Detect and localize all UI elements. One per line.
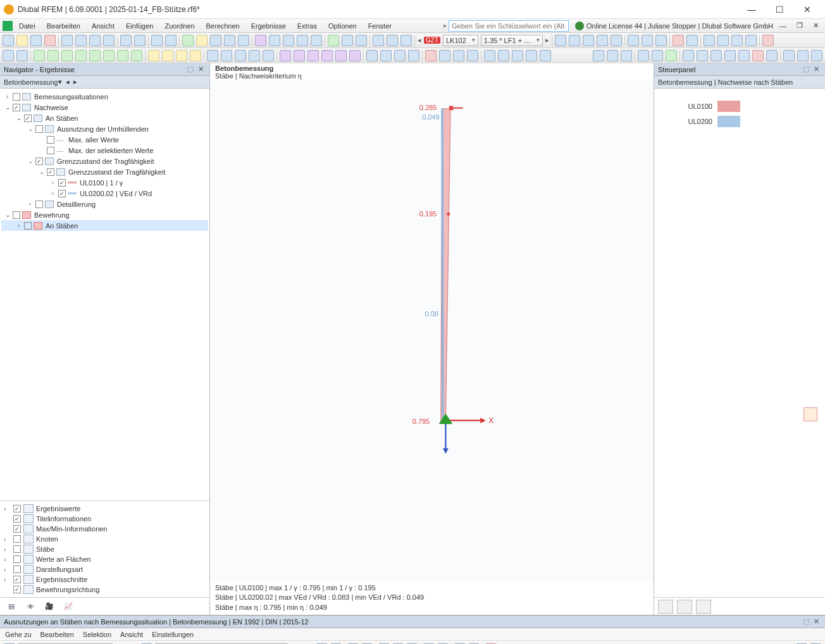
tool-l[interactable] [269,35,280,46]
checkbox[interactable] [13,576,21,583]
tm-selektion[interactable]: Selektion [83,631,111,638]
checkbox[interactable] [13,545,21,553]
checkbox[interactable] [13,93,20,101]
menu-ansicht[interactable]: Ansicht [87,21,120,31]
t2-ak[interactable] [526,50,537,61]
t2-a[interactable] [3,50,14,61]
panel-pin-button[interactable]: ⬚ [801,617,811,626]
t2-aa[interactable] [380,50,392,61]
checkbox[interactable] [13,586,21,593]
menu-extras[interactable]: Extras [292,21,322,31]
tool-u11[interactable] [704,35,715,46]
tool-a[interactable] [61,35,73,46]
panel-pin-button[interactable]: ⬚ [801,65,811,73]
tree-item[interactable]: Grenzzustand der Tragfähigkeit [56,158,154,165]
tree-item[interactable]: Grenzzustand der Tragfähigkeit [67,168,165,176]
nav-tab-eye-icon[interactable]: 👁 [24,601,37,612]
tool-f[interactable] [182,35,194,46]
menu-berechnen[interactable]: Berechnen [201,21,245,31]
option-label[interactable]: Titelinformationen [36,515,91,523]
tool-u10[interactable] [686,35,698,46]
t2-b[interactable] [16,50,28,61]
checkbox[interactable] [24,222,32,230]
t2-r14[interactable] [783,50,795,61]
checkbox[interactable] [47,136,54,144]
tool-calc[interactable] [328,35,339,46]
tool-p[interactable] [342,35,353,46]
t2-k[interactable] [148,50,159,61]
tool-m[interactable] [283,35,294,46]
cp-tab-balance-icon[interactable] [677,600,692,614]
tool-u5[interactable] [611,35,622,46]
t2-ah[interactable] [484,50,495,61]
t2-g[interactable] [89,50,101,61]
checkbox[interactable] [24,115,32,122]
minimize-button[interactable]: — [738,1,766,18]
tool-u8[interactable] [655,35,667,46]
option-label[interactable]: Bewehrungsrichtung [36,586,99,593]
tool-close-model[interactable] [44,35,56,46]
tool-g[interactable] [196,35,208,46]
model-canvas[interactable]: X Z 0.285 0.049 0.195 0.08 0.795 [210,81,654,581]
tool-d[interactable] [151,35,163,46]
option-label[interactable]: Max/Min-Informationen [36,525,108,533]
checkbox[interactable] [13,211,20,219]
t2-l[interactable] [162,50,173,61]
tool-u13[interactable] [731,35,743,46]
t2-ac[interactable] [408,50,419,61]
prev-lc-button[interactable]: ◂ [418,36,421,44]
tree-item[interactable]: Bewehrung [33,211,70,219]
checkbox[interactable] [13,566,21,573]
t2-r8[interactable] [697,50,708,61]
checkbox[interactable] [58,179,66,187]
t2-c[interactable] [34,50,45,61]
t2-r10[interactable] [724,50,736,61]
t2-n[interactable] [190,50,201,61]
t2-p[interactable] [221,50,232,61]
t2-r7[interactable] [683,50,694,61]
menu-einfuegen[interactable]: Einfügen [121,21,158,31]
expand-icon[interactable]: › [49,179,56,186]
option-label[interactable]: Darstellungsart [36,566,83,573]
t2-r12[interactable] [752,50,764,61]
tree-item[interactable]: Max. der selektierten Werte [67,147,153,154]
collapse-icon[interactable]: ⌄ [15,115,22,121]
tree-item[interactable]: Nachweise [33,104,68,111]
tool-u9[interactable] [673,35,684,46]
nav-tab-data-icon[interactable]: ▤ [5,601,18,612]
next-lc-button[interactable]: ▸ [545,36,549,44]
nav-tab-chart-icon[interactable]: 📈 [62,601,75,612]
nav-prev-button[interactable]: ◂ [62,78,73,86]
tool-u3[interactable] [583,35,594,46]
checkbox[interactable] [58,190,66,197]
tool-u1[interactable] [555,35,566,46]
tool-q[interactable] [356,35,367,46]
t2-i[interactable] [117,50,128,61]
tool-t[interactable] [400,35,412,46]
t2-x[interactable] [335,50,347,61]
mdi-minimize-button[interactable]: — [776,22,790,30]
close-button[interactable]: ✕ [793,1,821,18]
clipboard-icon[interactable] [803,407,817,421]
expand-icon[interactable]: › [4,93,11,100]
collapse-icon[interactable]: ⌄ [27,158,34,164]
t2-r9[interactable] [710,50,722,61]
tree-item[interactable]: Bemessungssituationen [33,93,108,101]
collapse-icon[interactable]: ⌄ [4,104,11,111]
t2-m[interactable] [176,50,187,61]
t2-r16[interactable] [811,50,822,61]
app-menu-icon[interactable] [3,21,13,31]
nav-next-button[interactable]: ▸ [73,78,77,86]
load-case-combo[interactable]: LK102 [443,35,478,46]
t2-z[interactable] [366,50,378,61]
tm-ansicht[interactable]: Ansicht [120,631,143,638]
cp-tab-layers-icon[interactable] [696,600,711,614]
tool-c[interactable] [89,35,101,46]
checkbox[interactable] [13,515,21,523]
t2-r3[interactable] [621,50,632,61]
navigator-sub-header[interactable]: Betonbemessung ▾ ◂ ▸ [0,76,209,89]
checkbox[interactable] [35,125,43,133]
t2-r11[interactable] [738,50,750,61]
tool-u12[interactable] [717,35,729,46]
load-combination-combo[interactable]: 1.35 * LF1 + … [481,35,543,46]
